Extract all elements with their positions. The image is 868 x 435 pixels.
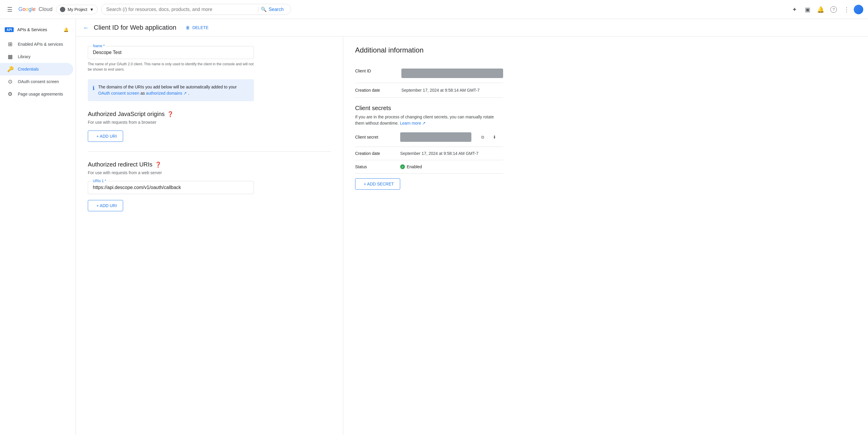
main-content: ← Client ID for Web application 🗑 DELETE… [76,19,868,435]
bell-icon: 🔔 [817,6,825,13]
additional-info-title: Additional information [355,46,503,54]
enabled-apis-icon: ⊞ [7,41,13,48]
secret-creation-date-value: September 17, 2024 at 9:58:14 AM GMT-7 [400,151,503,156]
project-selector[interactable]: My Project ▼ [56,5,98,14]
terminal-icon-btn[interactable]: ▣ [802,4,813,15]
right-panel: Additional information Client ID Creatio… [343,36,515,435]
client-id-label: Client ID [355,68,397,73]
authorized-domains-link[interactable]: authorized domains ↗ [146,91,187,96]
back-button[interactable]: ← [83,24,89,31]
name-form-group: Name * The name of your OAuth 2.0 client… [88,46,331,72]
client-id-value [401,68,503,78]
client-secrets-subtitle: If you are in the process of changing cl… [355,114,503,126]
page-title: Client ID for Web application [94,24,176,31]
copy-secret-button[interactable]: ⧉ [477,132,488,143]
sidebar-title: APIs & Services [17,27,47,32]
credentials-icon: 🔑 [7,66,13,72]
status-enabled-icon [400,164,405,169]
sidebar-item-page-usage[interactable]: ⚙ Page usage agreements [0,88,73,100]
name-input[interactable] [93,50,249,55]
creation-date-label: Creation date [355,88,397,93]
delete-button[interactable]: 🗑 DELETE [186,25,208,30]
creation-date-value: September 17, 2024 at 9:58:14 AM GMT-7 [401,88,503,93]
section-divider [88,151,331,152]
sidebar-item-label: Credentials [18,67,39,71]
sidebar-bell-icon[interactable]: 🔔 [61,25,71,34]
oauth-consent-link[interactable]: OAuth consent screen [98,91,140,96]
search-input[interactable] [106,7,256,12]
client-secrets-title: Client secrets [355,105,503,112]
sidebar-item-label: Enabled APIs & services [18,42,63,46]
sidebar-item-library[interactable]: ▦ Library [0,51,73,63]
sidebar-header: API APIs & Services 🔔 [0,21,75,38]
redirect-uris-title: Authorized redirect URIs ❓ [88,161,331,168]
bell-icon-btn[interactable]: 🔔 [815,4,827,15]
uri-1-input-wrapper: URIs 1 * [88,181,254,194]
redirect-uris-subtitle: For use with requests from a web server [88,170,331,175]
add-js-origin-uri-button[interactable]: + ADD URI [88,130,123,142]
client-secret-value [400,132,471,142]
project-dot [60,7,65,12]
learn-more-link[interactable]: Learn more ↗ [400,121,426,126]
help-icon-btn[interactable]: ? [828,4,839,15]
redirect-uris-section: Authorized redirect URIs ❓ For use with … [88,161,331,211]
learn-more-icon: ↗ [422,121,426,126]
add-redirect-uri-button[interactable]: + ADD URI [88,200,123,211]
menu-icon[interactable]: ☰ [5,4,15,15]
search-icon: 🔍 [261,6,267,12]
nav-icons: ✦ ▣ 🔔 ? ⋮ [788,4,863,15]
js-origins-help-icon[interactable]: ❓ [167,111,174,118]
chevron-down-icon: ▼ [90,7,94,12]
delete-icon: 🗑 [186,25,190,30]
gemini-icon-btn[interactable]: ✦ [788,4,800,15]
status-row: Status Enabled [355,160,503,174]
content-area: Name * The name of your OAuth 2.0 client… [76,36,868,435]
info-icon: ℹ [93,84,95,92]
info-box: ℹ The domains of the URIs you add below … [88,79,254,101]
info-text: The domains of the URIs you add below wi… [98,84,249,96]
js-origins-title: Authorized JavaScript origins ❓ [88,111,331,118]
secret-creation-date-label: Creation date [355,151,397,156]
name-input-wrapper: Name * [88,46,254,59]
external-link-icon: ↗ [182,91,187,96]
sidebar-item-label: Page usage agreements [18,92,63,96]
client-secret-row: Client secret ⧉ ⬇ [355,128,503,147]
form-section: Name * The name of your OAuth 2.0 client… [76,36,343,435]
gemini-icon: ✦ [792,6,797,13]
search-bar: 🔍 Search [101,4,291,15]
uri-1-label: URIs 1 * [92,179,107,183]
status-label: Status [355,164,397,169]
terminal-icon: ▣ [805,6,810,13]
oauth-consent-icon: ⊙ [7,78,13,85]
client-secret-label: Client secret [355,135,397,139]
copy-icon: ⧉ [481,135,484,140]
redirect-uris-help-icon[interactable]: ❓ [155,161,161,168]
name-hint: The name of your OAuth 2.0 client. This … [88,61,254,72]
search-button[interactable]: 🔍 Search [258,6,286,12]
download-secret-button[interactable]: ⬇ [489,132,500,143]
js-origins-section: Authorized JavaScript origins ❓ For use … [88,111,331,142]
more-icon-btn[interactable]: ⋮ [841,4,852,15]
sidebar-item-credentials[interactable]: 🔑 Credentials [0,63,73,75]
name-label: Name * [92,44,106,48]
creation-date-row: Creation date September 17, 2024 at 9:58… [355,83,503,98]
download-icon: ⬇ [493,135,496,139]
client-id-row: Client ID [355,64,503,83]
user-avatar[interactable] [854,5,863,14]
page-usage-icon: ⚙ [7,91,13,97]
sidebar-item-label: Library [18,54,31,59]
sidebar-item-enabled-apis[interactable]: ⊞ Enabled APIs & services [0,38,73,51]
add-secret-button[interactable]: + ADD SECRET [355,178,400,190]
sidebar: API APIs & Services 🔔 ⊞ Enabled APIs & s… [0,19,76,435]
app-layout: API APIs & Services 🔔 ⊞ Enabled APIs & s… [0,19,868,435]
more-icon: ⋮ [844,6,849,13]
js-origins-subtitle: For use with requests from a browser [88,120,331,125]
secret-creation-date-row: Creation date September 17, 2024 at 9:58… [355,147,503,160]
library-icon: ▦ [7,54,13,60]
help-icon: ? [830,6,837,13]
uri-1-input[interactable] [93,185,249,190]
sidebar-item-oauth-consent[interactable]: ⊙ OAuth consent screen [0,75,73,88]
sidebar-item-label: OAuth consent screen [18,79,59,84]
project-name: My Project [68,7,87,12]
status-value: Enabled [400,164,422,169]
